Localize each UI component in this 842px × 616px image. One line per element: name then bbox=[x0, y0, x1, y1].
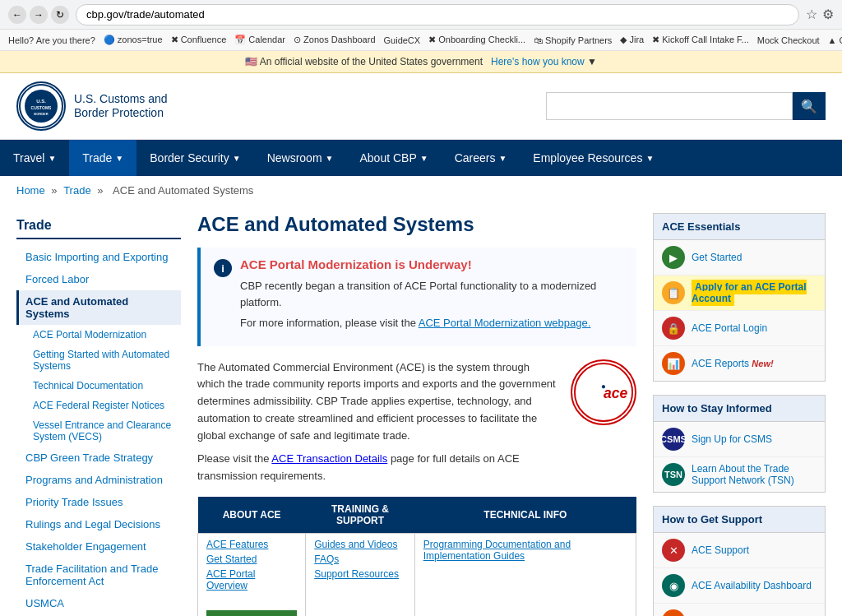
info-box: i ACE Portal Modernization is Underway! … bbox=[197, 248, 636, 346]
breadcrumb-home[interactable]: Home bbox=[16, 184, 45, 197]
ace-portal-login-label[interactable]: ACE Portal Login bbox=[692, 322, 767, 334]
right-sidebar: ACE Essentials ▶ Get Started 📋 Apply for… bbox=[653, 205, 826, 616]
sidebar-item-vecs[interactable]: Vessel Entrance and Clearance System (VE… bbox=[16, 415, 181, 447]
faqs-training-link[interactable]: FAQs bbox=[314, 553, 405, 565]
bookmark-confluence[interactable]: ✖ Confluence bbox=[171, 35, 227, 45]
search-button[interactable]: 🔍 bbox=[793, 92, 826, 120]
browser-bar: ← → ↻ ☆ ⚙ bbox=[0, 0, 842, 30]
sidebar-item-ace[interactable]: ACE and Automated Systems bbox=[16, 290, 181, 325]
nav-about-cbp[interactable]: About CBP ▼ bbox=[346, 140, 441, 176]
support-resources-link[interactable]: Support Resources bbox=[314, 568, 405, 580]
ace-visit-text: Please visit the ACE Transaction Details… bbox=[197, 451, 557, 485]
bookmark-gdrive[interactable]: ▲ Google Drive bbox=[828, 35, 842, 45]
apply-ace-label[interactable]: Apply for an ACE Portal Account bbox=[692, 281, 817, 304]
ace-reports[interactable]: 📊 ACE Reports New! bbox=[654, 346, 825, 381]
reload-button[interactable]: ↻ bbox=[51, 6, 69, 24]
get-support-title: How to Get Support bbox=[654, 507, 825, 533]
ace-portal-overview-link[interactable]: ACE Portal Overview bbox=[206, 568, 297, 591]
csms-signup[interactable]: CSMS Sign Up for CSMS bbox=[654, 422, 825, 457]
sidebar-item-forced-labor[interactable]: Forced Labor bbox=[16, 268, 181, 290]
cbp-seal: U.S. CUSTOMS BORDER bbox=[16, 81, 66, 131]
ace-features-link[interactable]: ACE Features bbox=[206, 539, 297, 550]
bookmark-hello[interactable]: Hello? Are you there? bbox=[8, 35, 95, 45]
bookmark-calendar[interactable]: 📅 Calendar bbox=[234, 35, 285, 45]
ace-training-item[interactable]: 🎓 ACE Training bbox=[654, 604, 825, 616]
ace-table-technical-col: Programming Documentation and Implementa… bbox=[414, 534, 636, 616]
nav-border-security[interactable]: Border Security ▼ bbox=[136, 140, 253, 176]
tsn-label[interactable]: Learn About the Trade Support Network (T… bbox=[692, 463, 817, 486]
sidebar-item-ace-portal-mod[interactable]: ACE Portal Modernization bbox=[16, 325, 181, 345]
bookmark-icon[interactable]: ☆ bbox=[806, 7, 817, 22]
tsn-item[interactable]: TSN Learn About the Trade Support Networ… bbox=[654, 457, 825, 492]
nav-trade[interactable]: Trade ▼ bbox=[69, 140, 136, 176]
heres-how-link[interactable]: Here's how you know bbox=[491, 56, 585, 67]
ace-reports-icon: 📊 bbox=[662, 352, 685, 375]
ace-portal-mod-link[interactable]: ACE Portal Modernization webpage. bbox=[419, 317, 591, 329]
extension-icon[interactable]: ⚙ bbox=[822, 7, 834, 22]
info-box-text2: For more information, please visit the A… bbox=[240, 315, 623, 331]
ace-table-training-col: Guides and Videos FAQs Support Resources bbox=[306, 534, 414, 616]
bookmark-zonos[interactable]: 🔵 zonos=true bbox=[104, 35, 163, 45]
nav-newsroom-chevron: ▼ bbox=[326, 154, 334, 163]
get-started-essential[interactable]: ▶ Get Started bbox=[654, 240, 825, 276]
ace-portal-login-icon: 🔒 bbox=[662, 317, 685, 340]
sidebar-item-stakeholder[interactable]: Stakeholder Engagement bbox=[16, 535, 181, 558]
sidebar-item-green-trade[interactable]: CBP Green Trade Strategy bbox=[16, 447, 181, 469]
stay-informed-title: How to Stay Informed bbox=[654, 396, 825, 422]
get-started-link[interactable]: Get Started bbox=[206, 553, 297, 565]
sidebar-item-trade-facilitation[interactable]: Trade Facilitation and Trade Enforcement… bbox=[16, 558, 181, 592]
sidebar-item-basic-importing[interactable]: Basic Importing and Exporting bbox=[16, 246, 181, 268]
expand-icon[interactable]: ▼ bbox=[587, 56, 597, 67]
search-input[interactable] bbox=[546, 92, 793, 120]
sidebar-item-priority-trade[interactable]: Priority Trade Issues bbox=[16, 491, 181, 513]
sidebar-item-usmca[interactable]: USMCA bbox=[16, 592, 181, 614]
info-box-content: ACE Portal Modernization is Underway! CB… bbox=[240, 257, 623, 336]
sidebar-item-programs-admin[interactable]: Programs and Administration bbox=[16, 469, 181, 491]
nav-employee-resources-chevron: ▼ bbox=[645, 154, 654, 163]
bookmark-zonos-dash[interactable]: ⊙ Zonos Dashboard bbox=[294, 35, 376, 45]
bookmark-mock[interactable]: Mock Checkout bbox=[757, 35, 820, 45]
sidebar-item-rulings[interactable]: Rulings and Legal Decisions bbox=[16, 513, 181, 535]
address-bar[interactable] bbox=[76, 4, 799, 25]
ace-table-header-training: TRAINING & SUPPORT bbox=[306, 497, 414, 534]
guides-videos-link[interactable]: Guides and Videos bbox=[314, 539, 405, 550]
nav-employee-resources[interactable]: Employee Resources ▼ bbox=[520, 140, 667, 176]
nav-employee-resources-label: Employee Resources bbox=[533, 151, 642, 164]
back-button[interactable]: ← bbox=[8, 6, 26, 24]
ace-table-header-about: ABOUT ACE bbox=[198, 497, 306, 534]
ace-support-label[interactable]: ACE Support bbox=[692, 544, 749, 556]
bookmark-shopify[interactable]: 🛍 Shopify Partners bbox=[534, 35, 612, 45]
sidebar-item-tech-docs[interactable]: Technical Documentation bbox=[16, 376, 181, 396]
ace-support-item[interactable]: ✕ ACE Support bbox=[654, 533, 825, 568]
ace-support-icon: ✕ bbox=[662, 539, 685, 562]
get-email-updates-button[interactable]: Get Email Updates bbox=[206, 610, 297, 616]
svg-text:ace: ace bbox=[604, 384, 627, 401]
alert-banner: 🇺🇸 An official website of the United Sta… bbox=[0, 51, 842, 73]
csms-signup-label[interactable]: Sign Up for CSMS bbox=[692, 433, 772, 445]
sidebar-item-fed-register[interactable]: ACE Federal Register Notices bbox=[16, 396, 181, 415]
ace-availability-label[interactable]: ACE Availability Dashboard bbox=[692, 580, 812, 591]
ace-portal-login[interactable]: 🔒 ACE Portal Login bbox=[654, 311, 825, 346]
apply-ace-portal[interactable]: 📋 Apply for an ACE Portal Account bbox=[654, 276, 825, 311]
left-sidebar: Trade Basic Importing and Exporting Forc… bbox=[16, 205, 181, 616]
forward-button[interactable]: → bbox=[30, 6, 48, 24]
bookmark-kickoff[interactable]: ✖ Kickoff Call Intake F... bbox=[652, 35, 749, 45]
breadcrumb-trade[interactable]: Trade bbox=[63, 184, 90, 197]
nav-careers[interactable]: Careers ▼ bbox=[442, 140, 520, 176]
bookmark-onboarding[interactable]: ✖ Onboarding Checkli... bbox=[428, 35, 525, 45]
ace-reports-label[interactable]: ACE Reports New! bbox=[692, 358, 774, 369]
ace-availability-item[interactable]: ◉ ACE Availability Dashboard bbox=[654, 568, 825, 604]
ace-table-about-col: ACE Features Get Started ACE Portal Over… bbox=[198, 534, 306, 616]
bookmark-jira[interactable]: ◆ Jira bbox=[620, 35, 644, 45]
get-started-label[interactable]: Get Started bbox=[692, 252, 742, 263]
nav-travel-chevron: ▼ bbox=[48, 154, 56, 163]
svg-text:CUSTOMS: CUSTOMS bbox=[31, 105, 53, 110]
programming-docs-link[interactable]: Programming Documentation and Implementa… bbox=[423, 539, 627, 562]
ace-transaction-link[interactable]: ACE Transaction Details bbox=[271, 452, 387, 465]
sidebar-item-getting-started[interactable]: Getting Started with Automated Systems bbox=[16, 345, 181, 376]
nav-travel[interactable]: Travel ▼ bbox=[0, 140, 69, 176]
svg-text:U.S.: U.S. bbox=[36, 99, 46, 104]
nav-newsroom[interactable]: Newsroom ▼ bbox=[254, 140, 347, 176]
ace-essentials-widget: ACE Essentials ▶ Get Started 📋 Apply for… bbox=[653, 213, 826, 382]
bookmark-guidecx[interactable]: GuideCX bbox=[384, 35, 421, 45]
